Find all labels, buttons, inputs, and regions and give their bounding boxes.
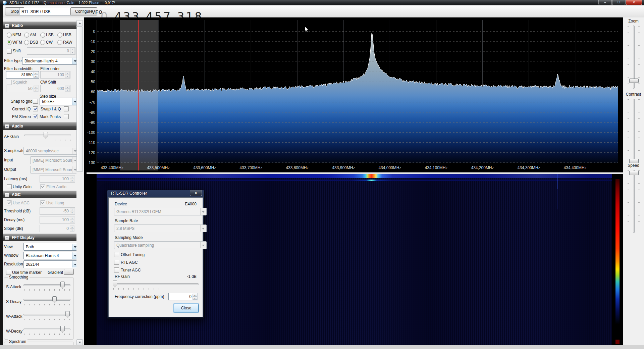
resolution-select[interactable]: 262144	[23, 260, 78, 268]
filter-bandwidth-field[interactable]: 81850 ▲▼	[6, 71, 39, 79]
radio-am-label: AM	[30, 33, 36, 37]
filter-type-label: Filter type	[4, 58, 22, 63]
frequency-correction-field[interactable]: 0 ▲▼	[168, 293, 198, 300]
dialog-close-action-button[interactable]: Close	[174, 304, 199, 312]
dialog-close-button[interactable]: x	[190, 190, 202, 196]
swap-iq-checkbox[interactable]	[64, 106, 69, 111]
sidebar-scrollbar[interactable]	[76, 20, 83, 345]
x-tick-label: 433,800MHz	[286, 165, 309, 170]
radio-cw[interactable]	[40, 40, 45, 45]
section-header-audio[interactable]: – Audio	[3, 122, 76, 130]
y-tick-label: -100	[87, 130, 95, 135]
slider-thumb[interactable]	[629, 171, 639, 175]
w-attack-slider[interactable]	[23, 311, 70, 317]
scroll-up-arrow-icon[interactable]	[76, 20, 83, 27]
scroll-down-arrow-icon[interactable]	[76, 339, 83, 345]
spinner-arrows[interactable]: ▲▼	[34, 72, 38, 78]
y-tick-label: -80	[90, 110, 96, 115]
s-attack-label: S-Attack	[6, 285, 21, 289]
s-attack-slider[interactable]	[23, 281, 70, 288]
frequency-correction-label: Frequency correction (ppm)	[115, 294, 164, 299]
restore-icon: ❐	[618, 1, 620, 4]
use-time-marker-checkbox[interactable]	[6, 270, 11, 275]
tuner-agc-label: Tuner AGC	[121, 268, 141, 272]
cw-shift-field: 600 ▲▼	[40, 85, 70, 92]
offset-tuning-checkbox[interactable]	[114, 252, 119, 257]
radio-usb[interactable]	[57, 33, 62, 38]
radio-wfm[interactable]	[7, 40, 12, 45]
minimize-button[interactable]: –	[598, 0, 612, 5]
tuner-agc-checkbox[interactable]	[114, 267, 119, 272]
slider-thumb[interactable]	[65, 311, 70, 318]
rtl-agc-label: RTL AGC	[121, 260, 138, 265]
af-gain-label: AF Gain	[4, 134, 19, 139]
view-select[interactable]: Both	[23, 243, 78, 251]
scrollbar-thumb[interactable]	[76, 27, 83, 172]
spinner-arrows[interactable]: ▲▼	[193, 294, 197, 300]
input-select: [MME] Microsoft Sound	[30, 156, 78, 164]
shift-value-field: 0 ▲▼	[27, 47, 75, 55]
collapse-icon[interactable]: –	[5, 193, 9, 197]
speed-slider[interactable]	[624, 170, 643, 234]
filter-type-select[interactable]: Blackman-Harris 4	[22, 57, 78, 65]
x-tick-label: 434,200MHz	[471, 165, 494, 170]
swap-iq-label: Swap I & Q	[41, 107, 61, 111]
spectrum-plot[interactable]: 0-10-20-30-40-50-60-70-80-90-100-110-120…	[87, 17, 623, 172]
mark-peaks-checkbox[interactable]	[64, 114, 69, 119]
slider-thumb[interactable]	[44, 132, 48, 139]
tuning-overlay[interactable]	[120, 20, 158, 170]
window-left-border	[0, 5, 3, 349]
section-header-agc[interactable]: – AGC	[3, 191, 76, 198]
zoom-slider[interactable]	[624, 26, 643, 89]
section-header-radio[interactable]: – Radio	[3, 21, 76, 29]
rf-gain-slider[interactable]	[113, 280, 199, 287]
sampling-mode-select: Quadrature sampling	[114, 241, 207, 249]
close-x-icon: x	[195, 191, 197, 195]
spinner-arrows: ▲▼	[34, 86, 38, 92]
waterfall-older-band	[97, 180, 612, 181]
spinner-arrows: ▲▼	[70, 226, 74, 232]
filter-order-label: Filter order	[40, 66, 60, 71]
rf-gain-label: RF Gain	[115, 274, 130, 279]
restore-button[interactable]: ❐	[612, 0, 626, 5]
radio-dsb[interactable]	[24, 40, 29, 45]
s-decay-slider[interactable]	[23, 296, 70, 303]
gradient-button[interactable]: ...	[64, 269, 74, 275]
af-gain-slider[interactable]	[24, 132, 71, 138]
slider-thumb[interactable]	[629, 159, 639, 163]
source-select[interactable]: RTL-SDR / USB	[19, 8, 78, 15]
slider-thumb[interactable]	[60, 282, 65, 289]
fm-stereo-checkbox[interactable]	[33, 114, 38, 119]
spinner-arrows: ▲▼	[70, 176, 74, 182]
step-size-select[interactable]: 50 kHz	[40, 98, 78, 105]
spinner-arrows[interactable]: ▲▼	[70, 48, 75, 54]
slider-thumb[interactable]	[60, 326, 65, 333]
slider-thumb[interactable]	[52, 296, 57, 303]
rtl-sdr-controller-dialog[interactable]: RTL-SDR Controller x Device E4000 Generi…	[107, 190, 205, 319]
rtl-agc-checkbox[interactable]	[114, 260, 119, 265]
section-header-fft[interactable]: – FFT Display	[3, 234, 76, 241]
radio-nfm[interactable]	[7, 33, 12, 38]
slider-thumb[interactable]	[113, 281, 117, 288]
slider-thumb[interactable]	[629, 79, 639, 83]
window-select[interactable]: Blackman-Harris 4	[23, 252, 78, 259]
radio-wfm-label: WFM	[12, 40, 22, 45]
output-select: [MME] Microsoft Sound	[30, 166, 78, 173]
contrast-slider[interactable]	[624, 99, 643, 162]
collapse-icon[interactable]: –	[5, 23, 9, 28]
radio-raw[interactable]	[57, 40, 62, 45]
snap-to-grid-checkbox[interactable]	[33, 99, 38, 104]
y-tick-label: -20	[90, 49, 96, 54]
close-button[interactable]: ✕	[626, 0, 642, 5]
radio-lsb[interactable]	[40, 33, 45, 38]
radio-am[interactable]	[24, 33, 29, 38]
gradient-label: Gradient	[48, 270, 63, 275]
correct-iq-checkbox[interactable]	[33, 106, 38, 111]
unity-gain-checkbox[interactable]	[7, 184, 12, 189]
shift-checkbox[interactable]	[7, 49, 12, 54]
collapse-icon[interactable]: –	[5, 236, 9, 240]
collapse-icon[interactable]: –	[5, 124, 9, 129]
y-tick-label: -130	[87, 160, 95, 165]
device-value: E4000	[185, 202, 197, 206]
w-decay-slider[interactable]	[23, 326, 70, 332]
